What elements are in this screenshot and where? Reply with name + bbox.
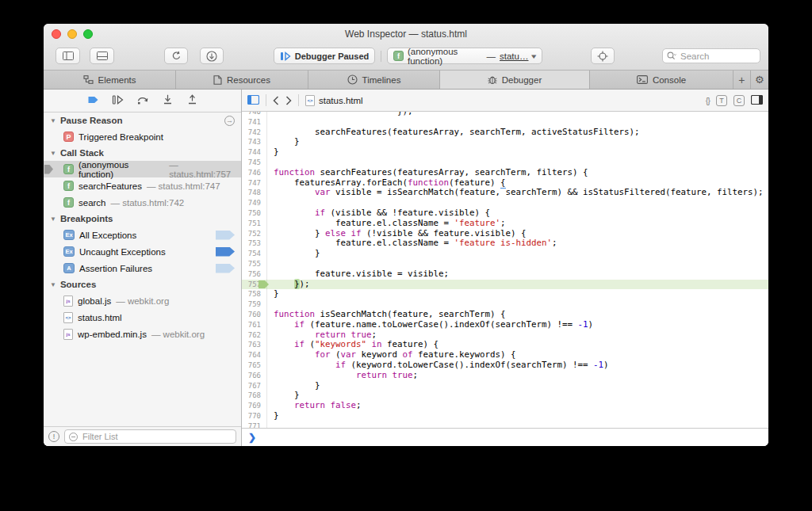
filter-list-input[interactable] xyxy=(81,431,232,442)
zoom-window-button[interactable] xyxy=(83,29,93,39)
line-number[interactable]: 751 xyxy=(242,219,267,229)
add-tab-button[interactable]: + xyxy=(733,71,751,89)
step-out-button[interactable] xyxy=(186,93,198,108)
line-number[interactable]: 755 xyxy=(242,259,267,269)
line-number[interactable]: 743 xyxy=(242,137,267,147)
line-number[interactable]: 741 xyxy=(242,117,267,128)
download-button[interactable] xyxy=(200,48,224,64)
breakpoints-toggle-button[interactable] xyxy=(87,93,99,108)
line-number[interactable]: 762 xyxy=(242,330,267,341)
quick-console[interactable]: ❯ xyxy=(242,428,768,446)
line-number[interactable]: 765 xyxy=(242,360,267,371)
source-code-editor[interactable]: 740 });741742 searchFeatures(featuresArr… xyxy=(242,112,768,428)
section-header-sources[interactable]: ▼Sources xyxy=(44,276,241,292)
tab-elements[interactable]: Elements xyxy=(44,71,176,89)
breadcrumb[interactable]: <> status.html xyxy=(305,95,363,106)
forward-button[interactable] xyxy=(285,96,292,105)
line-number[interactable]: 766 xyxy=(242,371,267,381)
breakpoint-row[interactable]: AAssertion Failures xyxy=(44,260,241,276)
code-line[interactable]: 740 }); xyxy=(242,112,768,117)
issues-filter-button[interactable]: ! xyxy=(48,431,59,442)
search-field[interactable] xyxy=(662,48,760,63)
source-file-row[interactable]: <>status.html xyxy=(44,309,241,326)
code-line[interactable]: 748 var visible = isSearchMatch(feature,… xyxy=(242,188,768,198)
pause-reason-row[interactable]: PTriggered Breakpoint xyxy=(44,128,241,145)
disclosure-triangle-icon[interactable]: ▼ xyxy=(50,281,56,288)
pretty-print-button[interactable]: {} xyxy=(706,96,710,105)
line-number[interactable]: 746 xyxy=(242,168,267,178)
navigate-icon[interactable]: → xyxy=(224,116,235,126)
call-stack-frame[interactable]: fsearchFeatures— status.html:747 xyxy=(44,177,241,194)
code-line[interactable]: 771 xyxy=(242,421,768,428)
section-header-call-stack[interactable]: ▼Call Stack xyxy=(44,145,241,161)
disclosure-triangle-icon[interactable]: ▼ xyxy=(50,117,56,124)
step-over-button[interactable] xyxy=(136,93,149,108)
line-number[interactable]: 760 xyxy=(242,310,267,320)
tab-resources[interactable]: Resources xyxy=(176,71,308,89)
breakpoint-row[interactable]: ExUncaught Exceptions xyxy=(44,243,241,260)
line-number[interactable]: 745 xyxy=(242,158,267,168)
disclosure-triangle-icon[interactable]: ▼ xyxy=(50,215,56,223)
line-number[interactable]: 749 xyxy=(242,198,267,208)
line-number[interactable]: 750 xyxy=(242,208,267,219)
debugger-paused-button[interactable]: Debugger Paused xyxy=(274,48,375,64)
tab-debugger[interactable]: Debugger xyxy=(440,71,590,89)
toggle-right-sidebar-button[interactable] xyxy=(751,93,763,108)
call-stack-frame[interactable]: fsearch— status.html:742 xyxy=(44,194,241,211)
minimize-window-button[interactable] xyxy=(67,29,77,39)
code-line[interactable]: 754 } xyxy=(242,249,768,259)
call-stack-frame[interactable]: f(anonymous function)— status.html:757 xyxy=(44,161,241,177)
element-picker-button[interactable] xyxy=(591,48,615,64)
line-number[interactable]: 770 xyxy=(242,411,267,421)
breakpoint-row[interactable]: ExAll Exceptions xyxy=(44,227,241,243)
step-into-button[interactable] xyxy=(162,93,174,108)
line-number[interactable]: 740 xyxy=(242,112,267,117)
line-number[interactable]: 768 xyxy=(242,391,267,401)
type-profiler-button[interactable]: T xyxy=(716,95,727,106)
reload-button[interactable] xyxy=(164,48,188,64)
line-number[interactable]: 754 xyxy=(242,249,267,259)
code-line[interactable]: 769 return false; xyxy=(242,401,768,411)
code-line[interactable]: 770} xyxy=(242,411,768,421)
line-number[interactable]: 764 xyxy=(242,350,267,360)
line-number[interactable]: 742 xyxy=(242,128,267,138)
section-header-pause-reason[interactable]: ▼Pause Reason→ xyxy=(44,112,241,128)
disclosure-triangle-icon[interactable]: ▼ xyxy=(50,150,56,157)
dock-side-button[interactable] xyxy=(56,48,80,64)
code-coverage-button[interactable]: C xyxy=(733,95,745,106)
line-number[interactable]: 769 xyxy=(242,401,267,411)
back-button[interactable] xyxy=(273,96,279,105)
code-line[interactable]: 767 } xyxy=(242,381,768,391)
dock-bottom-button[interactable] xyxy=(90,48,114,64)
breakpoint-toggle[interactable] xyxy=(216,247,235,257)
breakpoint-toggle[interactable] xyxy=(216,231,235,240)
code-line[interactable]: 743 } xyxy=(242,137,768,147)
line-number[interactable]: 747 xyxy=(242,178,267,189)
code-line[interactable]: 758} xyxy=(242,289,768,299)
line-number[interactable]: 757 xyxy=(242,280,267,290)
pause-resume-button[interactable] xyxy=(112,93,124,108)
call-frame-selector[interactable]: f (anonymous function) — statu… ▾ xyxy=(387,48,542,64)
toggle-sidebar-button[interactable] xyxy=(247,93,259,108)
close-window-button[interactable] xyxy=(52,29,61,39)
line-number[interactable]: 744 xyxy=(242,147,267,158)
code-line[interactable]: 756 feature.visible = visible; xyxy=(242,269,768,280)
filter-list-field[interactable] xyxy=(64,429,236,444)
code-line[interactable]: 742 searchFeatures(featuresArray, search… xyxy=(242,128,768,138)
line-number[interactable]: 752 xyxy=(242,229,267,239)
line-number[interactable]: 761 xyxy=(242,320,267,330)
breakpoint-toggle[interactable] xyxy=(216,264,235,273)
line-number[interactable]: 763 xyxy=(242,340,267,350)
tab-console[interactable]: Console xyxy=(590,71,733,89)
code-line[interactable]: 757 }); xyxy=(242,280,768,290)
line-number[interactable]: 748 xyxy=(242,188,267,198)
code-line[interactable]: 753 feature.el.className = 'feature is-h… xyxy=(242,238,768,249)
line-number[interactable]: 756 xyxy=(242,269,267,280)
line-number[interactable]: 771 xyxy=(242,421,267,428)
settings-button[interactable]: ⚙ xyxy=(751,71,768,89)
section-header-breakpoints[interactable]: ▼Breakpoints xyxy=(44,211,241,227)
code-line[interactable]: 766 return true; xyxy=(242,371,768,381)
tab-timelines[interactable]: Timelines xyxy=(308,71,440,89)
line-number[interactable]: 753 xyxy=(242,238,267,249)
line-number[interactable]: 767 xyxy=(242,381,267,391)
